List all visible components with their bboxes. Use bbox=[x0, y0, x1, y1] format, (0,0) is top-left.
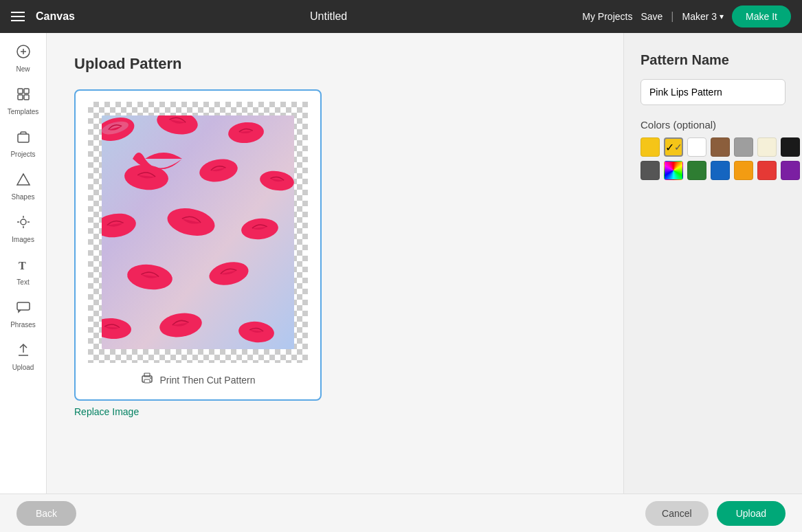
svg-rect-4 bbox=[24, 89, 29, 93]
color-swatch-brown[interactable] bbox=[711, 137, 730, 157]
page-title: Upload Pattern bbox=[74, 55, 596, 73]
svg-rect-15 bbox=[17, 302, 30, 310]
app-body: New Templates Projects Shapes Images bbox=[0, 33, 802, 532]
sidebar-item-label-projects: Projects bbox=[10, 151, 35, 158]
main-area: Upload Pattern bbox=[47, 33, 623, 532]
images-icon bbox=[16, 214, 31, 233]
sidebar-item-label-new: New bbox=[16, 65, 30, 73]
pattern-name-input[interactable] bbox=[641, 79, 786, 105]
chevron-down-icon: ▾ bbox=[720, 12, 724, 21]
svg-point-37 bbox=[150, 377, 151, 379]
upload-icon bbox=[16, 342, 31, 361]
color-swatch-black[interactable] bbox=[781, 137, 800, 157]
sidebar-item-label-templates: Templates bbox=[8, 108, 39, 115]
color-swatch-yellow-selected[interactable]: ✓ bbox=[664, 137, 683, 157]
pattern-card: Print Then Cut Pattern bbox=[74, 89, 322, 401]
color-swatch-purple[interactable] bbox=[781, 161, 800, 180]
bottom-bar: Back Cancel Upload bbox=[0, 494, 802, 532]
save-button[interactable]: Save bbox=[641, 11, 662, 22]
colors-title: Colors (optional) bbox=[641, 119, 786, 131]
sidebar-item-label-phrases: Phrases bbox=[10, 321, 36, 329]
cancel-button[interactable]: Cancel bbox=[645, 501, 709, 526]
panel-section-title: Pattern Name bbox=[641, 52, 786, 68]
sidebar-item-upload[interactable]: Upload bbox=[0, 337, 46, 377]
sidebar-item-images[interactable]: Images bbox=[0, 209, 46, 249]
lips-pattern bbox=[102, 115, 294, 349]
color-swatch-blue[interactable] bbox=[711, 161, 730, 180]
color-swatch-white[interactable] bbox=[687, 137, 706, 157]
pattern-image-inner bbox=[102, 115, 294, 349]
back-button[interactable]: Back bbox=[16, 501, 76, 526]
color-swatch-orange[interactable] bbox=[734, 161, 753, 180]
color-swatch-gray[interactable] bbox=[734, 137, 753, 157]
sidebar-item-projects[interactable]: Projects bbox=[0, 124, 46, 164]
color-swatch-green[interactable] bbox=[687, 161, 706, 180]
svg-rect-7 bbox=[18, 134, 29, 142]
phrases-icon bbox=[16, 300, 31, 318]
svg-rect-5 bbox=[18, 95, 23, 100]
shapes-icon bbox=[16, 172, 31, 190]
my-projects-link[interactable]: My Projects bbox=[582, 11, 632, 22]
sidebar: New Templates Projects Shapes Images bbox=[0, 33, 47, 532]
color-swatch-yellow[interactable] bbox=[641, 137, 660, 157]
sidebar-item-shapes[interactable]: Shapes bbox=[0, 166, 46, 206]
color-swatch-red[interactable] bbox=[757, 161, 777, 180]
upload-button[interactable]: Upload bbox=[717, 501, 786, 526]
top-nav: Canvas Untitled My Projects Save | Maker… bbox=[0, 0, 802, 33]
svg-rect-35 bbox=[144, 379, 150, 383]
sidebar-item-label-text: Text bbox=[16, 278, 29, 286]
pattern-footer: Print Then Cut Pattern bbox=[140, 371, 255, 388]
app-logo: Canvas bbox=[36, 10, 75, 23]
sidebar-item-label-images: Images bbox=[12, 236, 34, 243]
printer-icon bbox=[140, 371, 154, 388]
templates-icon bbox=[16, 87, 31, 105]
svg-text:T: T bbox=[19, 260, 26, 271]
sidebar-item-new[interactable]: New bbox=[0, 38, 46, 78]
sidebar-item-text[interactable]: T Text bbox=[0, 252, 46, 291]
pattern-image-container bbox=[88, 102, 308, 363]
projects-icon bbox=[16, 129, 31, 148]
svg-point-9 bbox=[21, 219, 26, 225]
replace-image-link[interactable]: Replace Image bbox=[74, 406, 596, 417]
maker-selector[interactable]: Maker 3 ▾ bbox=[682, 11, 724, 22]
color-swatch-rainbow[interactable] bbox=[664, 161, 683, 180]
make-it-button[interactable]: Make It bbox=[732, 5, 791, 27]
action-buttons: Cancel Upload bbox=[645, 501, 786, 526]
color-grid: ✓ bbox=[641, 137, 786, 180]
document-title[interactable]: Untitled bbox=[86, 10, 571, 23]
maker-label: Maker 3 bbox=[682, 11, 717, 22]
print-then-cut-label: Print Then Cut Pattern bbox=[159, 375, 255, 386]
nav-right: My Projects Save | Maker 3 ▾ Make It bbox=[582, 5, 791, 27]
text-icon: T bbox=[16, 257, 31, 276]
nav-divider: | bbox=[671, 10, 673, 23]
sidebar-item-label-shapes: Shapes bbox=[12, 193, 35, 201]
svg-marker-8 bbox=[17, 174, 30, 185]
sidebar-item-label-upload: Upload bbox=[12, 364, 34, 371]
sidebar-item-phrases[interactable]: Phrases bbox=[0, 294, 46, 334]
svg-rect-6 bbox=[24, 95, 29, 100]
color-swatch-cream[interactable] bbox=[757, 137, 777, 157]
svg-rect-3 bbox=[18, 89, 23, 93]
hamburger-menu[interactable] bbox=[11, 12, 25, 21]
sidebar-item-templates[interactable]: Templates bbox=[0, 81, 46, 121]
color-swatch-darkgray[interactable] bbox=[641, 161, 660, 180]
right-panel: Pattern Name Colors (optional) ✓ bbox=[623, 33, 802, 532]
new-icon bbox=[16, 44, 31, 63]
